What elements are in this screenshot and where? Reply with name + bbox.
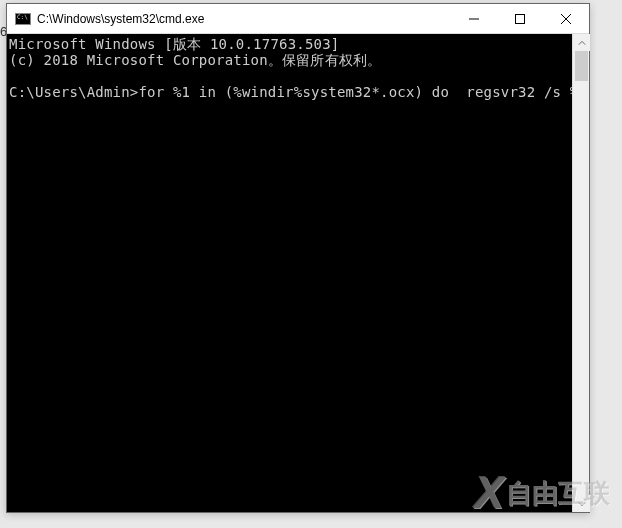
cmd-icon (15, 13, 31, 25)
terminal-output[interactable]: Microsoft Windows [版本 10.0.17763.503] (c… (7, 34, 572, 512)
terminal-line: Microsoft Windows [版本 10.0.17763.503] (9, 36, 339, 52)
close-button[interactable] (543, 4, 589, 34)
chevron-down-icon (578, 500, 586, 508)
maximize-button[interactable] (497, 4, 543, 34)
close-icon (561, 14, 571, 24)
maximize-icon (515, 14, 525, 24)
svg-rect-1 (516, 15, 525, 24)
terminal-line: (c) 2018 Microsoft Corporation。保留所有权利。 (9, 52, 381, 68)
cmd-window: C:\Windows\system32\cmd.exe Microsoft Wi… (6, 3, 590, 513)
window-title: C:\Windows\system32\cmd.exe (37, 12, 451, 26)
titlebar[interactable]: C:\Windows\system32\cmd.exe (7, 4, 589, 34)
scrollbar-track[interactable] (573, 34, 589, 512)
scroll-up-button[interactable] (573, 34, 590, 51)
scrollbar-thumb[interactable] (575, 51, 588, 81)
scroll-down-button[interactable] (573, 495, 590, 512)
client-area: Microsoft Windows [版本 10.0.17763.503] (c… (7, 34, 589, 512)
minimize-icon (469, 14, 479, 24)
vertical-scrollbar[interactable] (572, 34, 589, 512)
minimize-button[interactable] (451, 4, 497, 34)
terminal-prompt-line: C:\Users\Admin>for %1 in (%windir%system… (9, 84, 572, 100)
chevron-up-icon (578, 39, 586, 47)
window-controls (451, 4, 589, 33)
